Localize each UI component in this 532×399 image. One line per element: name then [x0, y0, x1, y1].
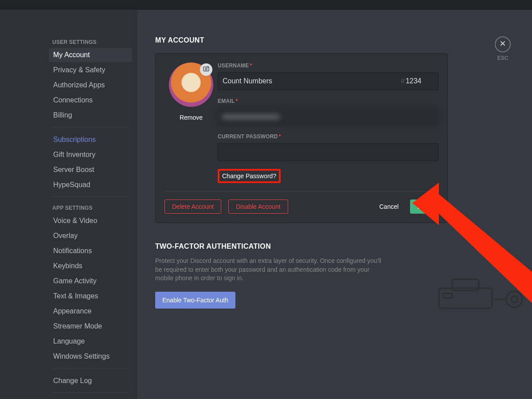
- account-actions: Delete Account Disable Account Cancel Sa…: [164, 200, 438, 214]
- disable-account-button[interactable]: Disable Account: [228, 200, 288, 214]
- sidebar-item-game-activity[interactable]: Game Activity: [49, 274, 132, 288]
- sidebar-item-my-account[interactable]: My Account: [49, 48, 132, 62]
- two-factor-section: TWO-FACTOR AUTHENTICATION Protect your D…: [155, 243, 386, 309]
- sidebar-item-change-log[interactable]: Change Log: [49, 374, 132, 388]
- username-input[interactable]: [218, 72, 396, 90]
- email-label: EMAIL*: [218, 98, 438, 104]
- sidebar-item-privacy-safety[interactable]: Privacy & Safety: [49, 63, 132, 77]
- account-card: Remove USERNAME* #1234: [155, 53, 448, 223]
- sidebar-item-authorized-apps[interactable]: Authorized Apps: [49, 78, 132, 92]
- sidebar-header-user-settings: USER SETTINGS: [49, 36, 132, 48]
- sidebar-item-subscriptions[interactable]: Subscriptions: [49, 133, 132, 147]
- close-esc-label: ESC: [495, 55, 511, 61]
- sidebar-item-notifications[interactable]: Notifications: [49, 244, 132, 258]
- current-password-input[interactable]: [218, 143, 438, 161]
- save-button[interactable]: Save: [410, 200, 438, 214]
- sidebar-item-overlay[interactable]: Overlay: [49, 229, 132, 243]
- sidebar-item-windows-settings[interactable]: Windows Settings: [49, 349, 132, 364]
- sidebar-item-streamer-mode[interactable]: Streamer Mode: [49, 319, 132, 333]
- sidebar-item-keybinds[interactable]: Keybinds: [49, 259, 132, 273]
- sidebar-item-billing[interactable]: Billing: [49, 108, 132, 122]
- svg-point-1: [205, 68, 207, 70]
- cancel-button[interactable]: Cancel: [372, 200, 406, 214]
- settings-layout: USER SETTINGS My Account Privacy & Safet…: [0, 10, 532, 399]
- svg-point-7: [511, 296, 517, 302]
- delete-account-button[interactable]: Delete Account: [164, 200, 221, 214]
- discriminator-box: #1234: [396, 72, 438, 90]
- sidebar-item-text-images[interactable]: Text & Images: [49, 289, 132, 303]
- sidebar-item-gift-inventory[interactable]: Gift Inventory: [49, 148, 132, 162]
- svg-point-6: [506, 291, 522, 307]
- sidebar-header-app-settings: APP SETTINGS: [49, 202, 132, 214]
- svg-rect-5: [452, 279, 479, 290]
- sidebar-item-voice-video[interactable]: Voice & Video: [49, 214, 132, 228]
- sidebar-item-connections[interactable]: Connections: [49, 93, 132, 107]
- sidebar-separator: [52, 196, 129, 197]
- avatar-upload-button[interactable]: [200, 63, 212, 76]
- change-password-link[interactable]: Change Password?: [219, 171, 279, 181]
- current-password-label: CURRENT PASSWORD*: [218, 133, 438, 140]
- close-icon: [499, 40, 506, 49]
- close-button-wrapper: ESC: [495, 36, 511, 61]
- sidebar-item-hypesquad[interactable]: HypeSquad: [49, 178, 132, 192]
- email-input[interactable]: [218, 108, 438, 125]
- window-titlebar: [0, 0, 532, 10]
- upload-image-icon: [203, 65, 210, 74]
- sidebar-item-language[interactable]: Language: [49, 334, 132, 348]
- sidebar-item-server-boost[interactable]: Server Boost: [49, 163, 132, 177]
- settings-content: ESC MY ACCOUNT: [137, 10, 532, 399]
- sidebar-separator: [52, 368, 129, 368]
- card-separator: [164, 191, 438, 192]
- discriminator-value: 1234: [406, 77, 422, 85]
- remove-avatar-link[interactable]: Remove: [180, 114, 203, 121]
- avatar-column: Remove: [164, 63, 218, 183]
- username-label: USERNAME*: [218, 63, 438, 69]
- hash-icon: #: [401, 77, 405, 85]
- enable-two-factor-button[interactable]: Enable Two-Factor Auth: [155, 292, 235, 309]
- decorative-illustration: [434, 275, 532, 313]
- two-factor-title: TWO-FACTOR AUTHENTICATION: [155, 243, 386, 250]
- page-title: MY ACCOUNT: [155, 36, 448, 44]
- settings-sidebar: USER SETTINGS My Account Privacy & Safet…: [0, 10, 137, 399]
- annotation-highlight: Change Password?: [218, 169, 281, 183]
- sidebar-separator: [52, 392, 129, 393]
- close-button[interactable]: [495, 36, 511, 52]
- sidebar-separator: [52, 127, 129, 127]
- account-fields: USERNAME* #1234 EMAIL*: [218, 63, 438, 183]
- two-factor-description: Protect your Discord account with an ext…: [155, 257, 386, 283]
- sidebar-item-appearance[interactable]: Appearance: [49, 304, 132, 318]
